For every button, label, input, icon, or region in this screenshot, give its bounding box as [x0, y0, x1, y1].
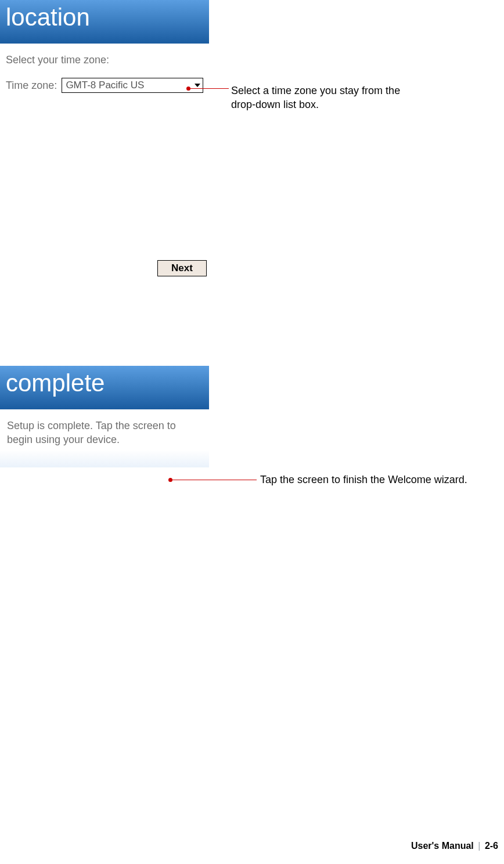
page-footer: User's Manual | 2-6 [411, 841, 498, 851]
timezone-dropdown-value: GMT-8 Pacific US [66, 80, 144, 91]
timezone-callout: Select a time zone you stay from the dro… [231, 84, 417, 112]
callout-line [172, 480, 257, 480]
select-timezone-instruction: Select your time zone: [0, 44, 209, 66]
location-screenshot: location Select your time zone: Time zon… [0, 0, 209, 279]
complete-banner: complete [0, 366, 209, 409]
setup-complete-message: Setup is complete. Tap the screen to beg… [0, 409, 209, 447]
footer-title: User's Manual [411, 841, 474, 851]
chevron-down-icon [195, 84, 200, 87]
callout-line [189, 88, 229, 89]
footer-page-number: 2-6 [485, 841, 498, 851]
timezone-label: Time zone: [6, 80, 57, 92]
screenshot-fade [0, 450, 209, 467]
timezone-dropdown[interactable]: GMT-8 Pacific US [62, 78, 203, 93]
timezone-row: Time zone: GMT-8 Pacific US [0, 66, 209, 93]
complete-screenshot: complete Setup is complete. Tap the scre… [0, 366, 209, 467]
location-banner: location [0, 0, 209, 44]
next-button[interactable]: Next [157, 260, 207, 276]
footer-separator: | [478, 841, 480, 851]
tap-screen-callout: Tap the screen to finish the Welcome wiz… [260, 474, 467, 486]
document-page: location Select your time zone: Time zon… [0, 0, 504, 864]
